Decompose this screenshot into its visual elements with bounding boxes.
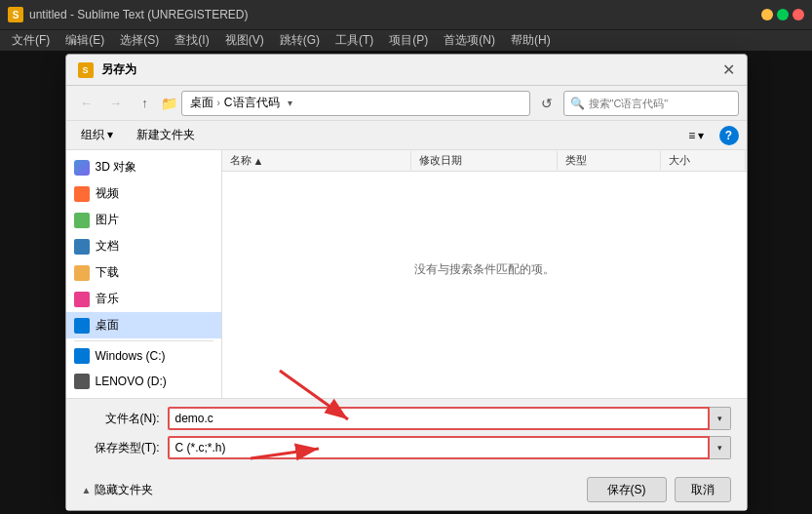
video-icon bbox=[74, 186, 90, 202]
col-header-type[interactable]: 类型 bbox=[558, 151, 661, 170]
filename-row: 文件名(N): ▾ bbox=[82, 407, 731, 430]
folder-icon: 📁 bbox=[162, 96, 177, 111]
dialog-actions: ▲ 隐藏文件夹 保存(S) 取消 bbox=[66, 473, 747, 510]
col-header-size[interactable]: 大小 bbox=[661, 151, 747, 170]
breadcrumb[interactable]: 桌面 › C语言代码 ▾ bbox=[181, 91, 530, 116]
breadcrumb-cdir: C语言代码 bbox=[224, 95, 280, 111]
app-icon: S bbox=[8, 7, 23, 22]
search-icon: 🔍 bbox=[570, 97, 585, 110]
sidebar-item-desktop[interactable]: 桌面 bbox=[66, 312, 221, 338]
window-title: untitled - Sublime Text (UNREGISTERED) bbox=[29, 8, 761, 21]
filename-input[interactable] bbox=[168, 407, 710, 430]
search-bar[interactable]: 🔍 bbox=[563, 91, 739, 116]
menu-preferences[interactable]: 首选项(N) bbox=[436, 30, 503, 51]
toggle-arrow-icon: ▲ bbox=[82, 485, 92, 495]
menubar: 文件(F) 编辑(E) 选择(S) 查找(I) 视图(V) 跳转(G) 工具(T… bbox=[0, 29, 812, 51]
menu-select[interactable]: 选择(S) bbox=[112, 30, 167, 51]
picture-icon bbox=[74, 213, 90, 228]
desktop-icon bbox=[74, 318, 90, 334]
cancel-button[interactable]: 取消 bbox=[675, 477, 731, 502]
new-folder-button[interactable]: 新建文件夹 bbox=[128, 124, 204, 146]
window-controls bbox=[761, 9, 804, 20]
filetype-dropdown-button[interactable]: ▾ bbox=[710, 436, 731, 459]
filename-dropdown-button[interactable]: ▾ bbox=[710, 407, 731, 430]
nav-up-button[interactable]: ↑ bbox=[133, 92, 158, 115]
view-toggle-button[interactable]: ≡ ▾ bbox=[681, 126, 711, 145]
sidebar-label-music: 音乐 bbox=[96, 291, 119, 307]
maximize-button[interactable] bbox=[777, 9, 789, 20]
menu-help[interactable]: 帮助(H) bbox=[503, 30, 559, 51]
windows-drive-icon bbox=[74, 348, 90, 364]
breadcrumb-dropdown-icon: ▾ bbox=[288, 98, 292, 108]
menu-project[interactable]: 项目(P) bbox=[381, 30, 436, 51]
filename-label: 文件名(N): bbox=[82, 411, 160, 427]
dialog-overlay: S 另存为 ✕ ← → ↑ 📁 桌面 › C语言代码 ▾ ↺ 🔍 组织 ▾ bbox=[0, 51, 812, 514]
nav-back-button[interactable]: ← bbox=[74, 92, 99, 115]
dialog-sidebar: 3D 对象 视频 图片 文档 下载 bbox=[66, 150, 222, 398]
window-close-button[interactable] bbox=[793, 9, 804, 20]
filetype-input-wrap: C (*.c;*.h) ▾ bbox=[168, 436, 731, 459]
music-icon bbox=[74, 292, 90, 307]
menu-edit[interactable]: 编辑(E) bbox=[58, 30, 112, 51]
titlebar: S untitled - Sublime Text (UNREGISTERED) bbox=[0, 0, 812, 29]
sidebar-label-3d: 3D 对象 bbox=[96, 159, 137, 176]
dialog-navbar: ← → ↑ 📁 桌面 › C语言代码 ▾ ↺ 🔍 bbox=[66, 86, 747, 121]
menu-find[interactable]: 查找(I) bbox=[167, 30, 216, 51]
sidebar-separator bbox=[74, 340, 213, 341]
sidebar-item-picture[interactable]: 图片 bbox=[66, 207, 221, 233]
menu-tools[interactable]: 工具(T) bbox=[328, 30, 381, 51]
doc-icon bbox=[74, 239, 90, 255]
sidebar-label-video: 视频 bbox=[96, 185, 119, 202]
filetype-label: 保存类型(T): bbox=[82, 440, 160, 456]
filetype-row: 保存类型(T): C (*.c;*.h) ▾ bbox=[82, 436, 731, 459]
menu-goto[interactable]: 跳转(G) bbox=[272, 30, 328, 51]
dialog-filelist[interactable]: 名称 ▲ 修改日期 类型 大小 没有与搜索条件匹配的项。 bbox=[222, 150, 747, 398]
toggle-hidden-label: 隐藏文件夹 bbox=[95, 482, 153, 498]
menu-file[interactable]: 文件(F) bbox=[4, 30, 58, 51]
sidebar-item-windows[interactable]: Windows (C:) bbox=[66, 343, 221, 369]
download-icon bbox=[74, 265, 90, 281]
organize-button[interactable]: 组织 ▾ bbox=[74, 124, 120, 146]
sidebar-item-video[interactable]: 视频 bbox=[66, 180, 221, 207]
sidebar-item-3d[interactable]: 3D 对象 bbox=[66, 154, 221, 180]
sidebar-label-windows: Windows (C:) bbox=[96, 349, 166, 363]
dialog-title: 另存为 bbox=[101, 61, 719, 78]
sidebar-item-download[interactable]: 下载 bbox=[66, 259, 221, 286]
sidebar-item-lenovo[interactable]: LENOVO (D:) bbox=[66, 369, 221, 394]
help-button[interactable]: ? bbox=[719, 126, 739, 145]
sidebar-label-desktop: 桌面 bbox=[96, 317, 119, 334]
dialog-close-button[interactable]: ✕ bbox=[719, 60, 739, 80]
sidebar-label-picture: 图片 bbox=[96, 212, 119, 228]
dialog-icon: S bbox=[78, 62, 94, 78]
col-header-name[interactable]: 名称 ▲ bbox=[222, 151, 411, 170]
filetype-select[interactable]: C (*.c;*.h) bbox=[168, 436, 710, 459]
nav-forward-button[interactable]: → bbox=[103, 92, 129, 115]
toggle-hidden-folder[interactable]: ▲ 隐藏文件夹 bbox=[82, 482, 154, 498]
3d-icon bbox=[74, 160, 90, 176]
minimize-button[interactable] bbox=[761, 9, 773, 20]
search-input[interactable] bbox=[589, 98, 732, 109]
sidebar-item-doc[interactable]: 文档 bbox=[66, 233, 221, 259]
sidebar-label-lenovo: LENOVO (D:) bbox=[96, 375, 167, 388]
sidebar-label-doc: 文档 bbox=[96, 238, 119, 255]
dialog-content: 3D 对象 视频 图片 文档 下载 bbox=[66, 150, 747, 398]
sort-icon: ▲ bbox=[253, 155, 264, 167]
col-header-date[interactable]: 修改日期 bbox=[411, 151, 558, 170]
save-dialog: S 另存为 ✕ ← → ↑ 📁 桌面 › C语言代码 ▾ ↺ 🔍 组织 ▾ bbox=[65, 54, 748, 511]
sidebar-item-music[interactable]: 音乐 bbox=[66, 286, 221, 312]
filelist-empty-message: 没有与搜索条件匹配的项。 bbox=[222, 172, 747, 367]
dialog-toolbar: 组织 ▾ 新建文件夹 ≡ ▾ ? bbox=[66, 121, 747, 150]
dialog-titlebar: S 另存为 ✕ bbox=[66, 55, 747, 86]
filename-input-wrap: ▾ bbox=[168, 407, 731, 430]
lenovo-drive-icon bbox=[74, 374, 90, 389]
refresh-button[interactable]: ↺ bbox=[534, 92, 560, 115]
save-button[interactable]: 保存(S) bbox=[587, 477, 667, 502]
breadcrumb-sep-1: › bbox=[217, 98, 220, 108]
filelist-header: 名称 ▲ 修改日期 类型 大小 bbox=[222, 150, 747, 172]
dialog-bottom-fields: 文件名(N): ▾ 保存类型(T): C (*.c;*.h) ▾ bbox=[66, 398, 747, 473]
breadcrumb-desktop: 桌面 bbox=[190, 95, 213, 111]
menu-view[interactable]: 视图(V) bbox=[217, 30, 272, 51]
sidebar-label-download: 下载 bbox=[96, 264, 119, 281]
